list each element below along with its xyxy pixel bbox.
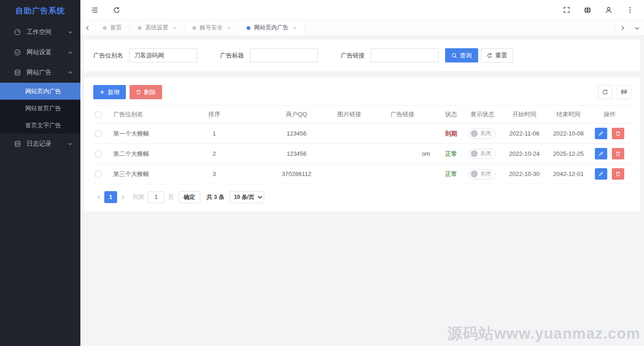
tab-home[interactable]: 首页	[95, 20, 130, 35]
app-title: 自助广告系统	[0, 0, 80, 22]
edit-button[interactable]	[595, 128, 607, 139]
column-header: 排序	[166, 106, 262, 124]
cell-start-time: 2022-10-24	[500, 144, 549, 164]
add-button[interactable]: 新增	[93, 85, 126, 99]
row-delete-button[interactable]	[612, 128, 624, 139]
ad-link-input[interactable]	[371, 48, 439, 62]
cell-ad-link	[367, 124, 437, 144]
cell-alias: 第二个大横幅	[110, 144, 166, 164]
row-checkbox[interactable]	[95, 151, 102, 157]
tab-dot-icon	[192, 26, 196, 30]
sidebar-item-in-page-ads[interactable]: 网站页内广告	[0, 83, 80, 100]
pencil-icon	[599, 171, 604, 176]
database-icon	[14, 140, 22, 148]
tab-list: 首页 系统设置 × 账号安全 × 网站页内广告 ×	[95, 20, 615, 35]
trash-icon	[616, 171, 621, 176]
fullscreen-icon[interactable]	[562, 6, 571, 14]
tab-system-settings[interactable]: 系统设置 ×	[130, 20, 185, 35]
language-globe-icon[interactable]	[583, 6, 592, 14]
topbar-right	[562, 6, 634, 14]
close-icon[interactable]: ×	[293, 25, 297, 31]
display-status-toggle[interactable]: 关闭	[469, 129, 496, 139]
tabs-menu-icon[interactable]	[629, 20, 644, 35]
trash-icon	[136, 90, 141, 95]
table-row: 第三个大横幅 3 370286112 正常 关闭 2022-10-30 2042…	[93, 164, 631, 184]
tab-dot-icon	[138, 26, 141, 30]
toolbar-left: 新增 删除	[93, 85, 162, 99]
cell-alias: 第一个大横幅	[110, 124, 166, 144]
sidebar-item-site-settings[interactable]: 网站设置	[0, 42, 80, 62]
delete-button[interactable]: 删除	[130, 85, 162, 99]
table-refresh-icon[interactable]	[598, 85, 612, 99]
filter-ad-link: 广告链接	[341, 48, 439, 62]
column-header: 开始时间	[500, 106, 549, 124]
sidebar-item-workspace[interactable]: 工作空间	[0, 22, 80, 42]
row-delete-button[interactable]	[612, 148, 624, 159]
close-icon[interactable]: ×	[173, 25, 176, 31]
cell-ad-link: om	[367, 144, 437, 164]
page-content: 广告位别名 广告标题 广告链接 查询	[80, 36, 644, 346]
user-icon[interactable]	[604, 6, 613, 14]
select-all-checkbox[interactable]	[95, 112, 102, 118]
page-size-select[interactable]: 10 条/页	[230, 191, 264, 203]
reset-icon	[487, 53, 492, 58]
sidebar-item-homepage-text-ads[interactable]: 首页文字广告	[0, 117, 80, 134]
close-icon[interactable]: ×	[227, 25, 231, 31]
goto-page-label: 到第	[133, 193, 144, 201]
status-badge: 到期	[445, 130, 457, 137]
chevron-up-icon	[68, 70, 73, 75]
display-status-toggle[interactable]: 关闭	[469, 149, 496, 159]
tabs-scroll-right-icon[interactable]	[615, 20, 629, 35]
sidebar-item-homepage-ads[interactable]: 网站首页广告	[0, 100, 80, 117]
row-checkbox[interactable]	[95, 130, 102, 137]
app-root: 自助广告系统 工作空间 网站设置 网站广告 网站页内广告 网站首页广告	[0, 0, 644, 346]
tabs-scroll-left-icon[interactable]	[80, 20, 95, 35]
next-page-icon[interactable]	[117, 191, 128, 203]
tab-in-page-ads[interactable]: 网站页内广告 ×	[239, 20, 305, 35]
refresh-icon[interactable]	[113, 6, 121, 14]
edit-button[interactable]	[595, 168, 607, 180]
column-settings-icon[interactable]	[617, 85, 631, 99]
search-button[interactable]: 查询	[445, 48, 478, 62]
toggle-knob-icon	[471, 130, 478, 137]
edit-button[interactable]	[595, 148, 607, 159]
sidebar-item-label: 工作空间	[27, 28, 68, 36]
toolbar-right	[593, 85, 631, 99]
cell-qq: 123456	[262, 144, 331, 164]
cell-end-time: 2042-12-01	[549, 164, 588, 184]
pencil-icon	[599, 131, 604, 136]
table-row: 第一个大横幅 1 123456 到期 关闭 2022-11-06 2022-10…	[93, 124, 631, 144]
cell-qq: 123456	[262, 124, 331, 144]
filter-ad-title: 广告标题	[220, 48, 318, 62]
toggle-knob-icon	[471, 170, 478, 177]
sidebar-collapse-icon[interactable]	[90, 6, 99, 14]
more-options-icon[interactable]	[626, 6, 634, 14]
goto-confirm-button[interactable]: 确定	[179, 191, 200, 203]
cell-start-time: 2022-10-30	[500, 164, 549, 184]
column-header: 广告链接	[367, 106, 437, 124]
ad-alias-input[interactable]	[129, 48, 197, 62]
column-header: 结束时间	[549, 106, 588, 124]
database-icon	[14, 69, 22, 77]
watermark-text: 源码站www.yuanmaz.com	[447, 323, 640, 344]
row-delete-button[interactable]	[612, 168, 624, 180]
row-checkbox[interactable]	[95, 171, 102, 177]
page-number-button[interactable]: 1	[104, 191, 117, 203]
table-toolbar: 新增 删除	[93, 85, 631, 99]
sidebar-item-label: 日志记录	[27, 140, 68, 148]
sidebar-item-logs[interactable]: 日志记录	[0, 134, 80, 154]
cell-image-link	[331, 124, 368, 144]
tab-account-security[interactable]: 账号安全 ×	[185, 20, 239, 35]
column-header: 展示状态	[465, 106, 500, 124]
cell-qq: 370286112	[262, 164, 331, 184]
goto-page-input[interactable]	[148, 192, 164, 203]
prev-page-icon[interactable]	[93, 191, 104, 203]
reset-button[interactable]: 重置	[481, 48, 513, 62]
column-header: 广告位别名	[110, 106, 166, 124]
column-header: 商户QQ	[262, 106, 331, 124]
sidebar-item-site-ads[interactable]: 网站广告	[0, 62, 80, 83]
trash-icon	[616, 131, 621, 136]
tab-label: 账号安全	[200, 24, 223, 32]
ad-title-input[interactable]	[250, 48, 318, 62]
display-status-toggle[interactable]: 关闭	[469, 169, 496, 179]
